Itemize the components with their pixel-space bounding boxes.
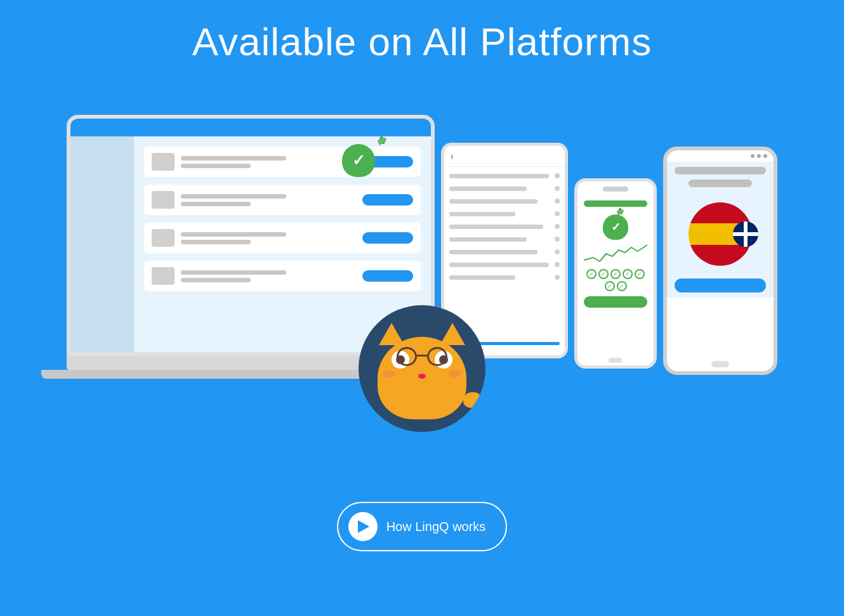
phone2-dot — [757, 154, 761, 158]
laptop-row-btn — [362, 232, 413, 244]
play-icon — [358, 520, 369, 533]
phone1-home-button — [609, 358, 623, 363]
phone2-device — [663, 147, 777, 375]
how-lingq-works-button[interactable]: How LingQ works — [337, 502, 508, 551]
laptop-row-btn — [362, 194, 413, 206]
phone1-action-btn — [584, 296, 647, 308]
laptop-row — [144, 223, 421, 253]
tablet-dot — [555, 224, 560, 229]
cat-glasses — [397, 347, 447, 366]
apple-checkmark: ✓ — [352, 152, 365, 169]
apple-body: ✓ — [603, 214, 628, 240]
cat-cheek-left — [383, 370, 395, 377]
lingq-apple-icon-phone1: ✓ — [603, 214, 628, 240]
tablet-dot — [555, 249, 560, 254]
laptop-row-thumb — [152, 267, 175, 285]
laptop-row-lines — [181, 194, 356, 206]
phone2-flag-wrapper — [689, 197, 752, 271]
laptop-row-thumb — [152, 191, 175, 209]
glasses-frame-left — [397, 347, 417, 366]
laptop-row-thumb — [152, 153, 175, 171]
phone1-check-item: ✓ — [635, 269, 645, 279]
tablet-dot — [555, 173, 560, 178]
tablet-list-item — [449, 223, 560, 230]
tablet-list-item — [449, 235, 560, 243]
tablet-dot — [555, 186, 560, 191]
tablet-line — [449, 187, 527, 191]
phone2-home-button — [711, 361, 729, 367]
tablet-line — [449, 199, 537, 204]
tablet-line — [449, 237, 527, 242]
phone1-device: ✓ ✓ ✓ ✓ ✓ ✓ ✓ ✓ — [574, 178, 657, 369]
tablet-line — [449, 174, 549, 178]
tablet-back-arrow: ‹ — [451, 151, 454, 161]
laptop-row-line — [181, 270, 286, 275]
tablet-list-item — [449, 197, 560, 205]
laptop-row-lines — [181, 232, 356, 244]
tablet-list-item — [449, 185, 560, 192]
laptop-row-line-short — [181, 278, 251, 282]
laptop-row-lines — [181, 156, 356, 168]
tablet-line — [449, 263, 549, 267]
phone2-action-btn — [675, 279, 766, 292]
glasses-bridge — [417, 355, 427, 357]
laptop-row-line — [181, 156, 286, 161]
tablet-content — [444, 167, 565, 286]
phone2-dot — [763, 154, 767, 158]
page-title: Available on All Platforms — [192, 19, 652, 64]
phone1-notch — [603, 187, 628, 192]
phone1-content: ✓ ✓ ✓ ✓ ✓ ✓ ✓ ✓ — [577, 197, 654, 311]
cat-paw — [463, 392, 482, 408]
tablet-list-item — [449, 172, 560, 180]
laptop-header-bar — [70, 119, 431, 136]
cat-mascot — [371, 318, 473, 419]
glasses-frame-right — [427, 347, 447, 366]
phone1-check-item: ✓ — [623, 269, 633, 279]
phone1-checks: ✓ ✓ ✓ ✓ ✓ ✓ ✓ — [584, 269, 647, 291]
apple-checkmark: ✓ — [611, 220, 621, 234]
flag-stripe-bot — [689, 245, 752, 266]
phone1-check-item: ✓ — [605, 281, 615, 291]
phone1-progress-bar — [584, 200, 647, 207]
phone1-graph — [584, 240, 647, 265]
phone1-check-item: ✓ — [610, 269, 621, 279]
tablet-header: ‹ — [444, 146, 565, 167]
cta-container: How LingQ works — [337, 502, 508, 551]
tablet-line — [449, 225, 543, 229]
laptop-row — [144, 261, 421, 291]
phone2-topbar — [667, 150, 774, 162]
uk-flag — [733, 221, 758, 247]
tablet-line — [449, 212, 515, 216]
tablet-line — [449, 250, 537, 254]
cat-cheek-right — [449, 370, 461, 377]
phone1-check-item: ✓ — [598, 269, 609, 279]
tablet-list-item — [449, 273, 560, 281]
tablet-dot — [555, 211, 560, 216]
laptop-row-line-short — [181, 164, 251, 168]
tablet-dot — [555, 199, 560, 204]
devices-illustration: ✓ ‹ — [0, 89, 844, 381]
laptop-row-line — [181, 194, 286, 199]
mascot-container — [359, 305, 485, 432]
laptop-row-line — [181, 232, 286, 237]
laptop-row-lines — [181, 270, 356, 282]
laptop-row-btn — [362, 270, 413, 282]
lingq-apple-icon-laptop: ✓ — [342, 144, 393, 195]
laptop-sidebar — [70, 136, 134, 352]
phone1-check-item: ✓ — [617, 281, 627, 291]
tablet-list-item — [449, 210, 560, 218]
phone2-content — [667, 162, 774, 298]
tablet-list-item — [449, 261, 560, 268]
tablet-dot — [555, 237, 560, 242]
laptop-row-thumb — [152, 229, 175, 247]
cta-play-circle — [348, 512, 378, 541]
phone1-check-item: ✓ — [586, 269, 597, 279]
tablet-dot — [555, 275, 560, 280]
tablet-list-item — [449, 248, 560, 256]
phone2-title-bar — [675, 167, 766, 174]
tablet-line — [449, 275, 515, 280]
cta-button-label: How LingQ works — [386, 520, 486, 534]
apple-body: ✓ — [342, 144, 375, 177]
mascot-circle — [359, 305, 485, 432]
tablet-dot — [555, 262, 560, 267]
